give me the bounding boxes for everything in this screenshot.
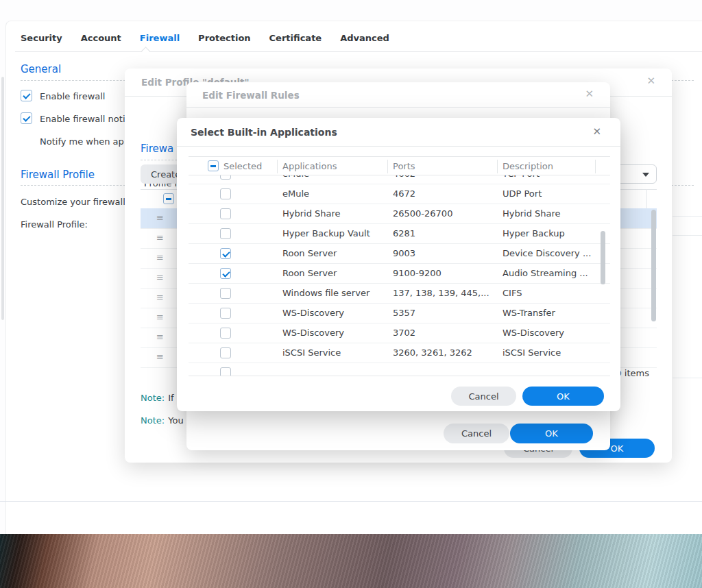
select-apps-ok-button[interactable]: OK bbox=[522, 387, 604, 406]
enable-firewall-notifications-checkbox[interactable] bbox=[21, 112, 32, 127]
row-checkbox[interactable] bbox=[220, 347, 231, 358]
cell-application: WS-Discovery bbox=[282, 308, 344, 318]
close-icon[interactable]: ✕ bbox=[592, 127, 601, 137]
table-row[interactable]: eMule 4662 TCP Port bbox=[189, 175, 610, 184]
drag-handle-icon[interactable]: ≡ bbox=[156, 313, 164, 321]
cell-ports: 5357 bbox=[393, 308, 415, 318]
edit-firewall-rules-dialog-title: Edit Firewall Rules bbox=[202, 90, 300, 101]
background-table-line bbox=[673, 235, 702, 236]
row-checkbox[interactable] bbox=[220, 367, 231, 376]
tab-account[interactable]: Account bbox=[81, 33, 121, 43]
row-checkbox[interactable] bbox=[220, 175, 231, 180]
row-checkbox[interactable] bbox=[220, 288, 231, 299]
cell-application: eMule bbox=[282, 175, 309, 179]
enable-firewall-checkbox[interactable] bbox=[21, 90, 32, 104]
tab-protection[interactable]: Protection bbox=[198, 33, 250, 43]
checkbox-indeterminate-icon bbox=[208, 160, 219, 171]
enable-firewall-notifications-label: Enable firewall noti bbox=[40, 114, 125, 124]
tab-security[interactable]: Security bbox=[21, 33, 62, 43]
tab-firewall[interactable]: Firewall bbox=[140, 33, 180, 43]
table-row[interactable]: iSCSI Service 3260, 3261, 3262 iSCSI Ser… bbox=[189, 343, 610, 363]
column-header-description[interactable]: Description bbox=[503, 161, 553, 171]
cell-description: Hyper Backup bbox=[503, 228, 565, 238]
note-1: Note: If bbox=[141, 391, 174, 404]
chevron-down-icon bbox=[642, 173, 649, 177]
drag-handle-icon[interactable]: ≡ bbox=[156, 273, 164, 282]
cell-application: Hyper Backup Vault bbox=[282, 228, 370, 238]
tab-bar: Security Account Firewall Protection Cer… bbox=[21, 33, 389, 43]
dialog-header-divider bbox=[177, 146, 620, 147]
cell-description: Audio Streaming ... bbox=[503, 268, 588, 278]
select-apps-cancel-button[interactable]: Cancel bbox=[451, 387, 516, 406]
row-checkbox[interactable] bbox=[220, 188, 231, 199]
firewall-profile-section-title: Firewall Profile bbox=[21, 169, 95, 181]
table-row[interactable]: WS-Discovery 5357 WS-Transfer bbox=[189, 304, 610, 323]
note-2: Note: You bbox=[141, 413, 184, 426]
page-bottom-divider bbox=[0, 501, 702, 502]
row-checkbox[interactable] bbox=[220, 228, 231, 239]
table-row[interactable]: Hybrid Share 26500-26700 Hybrid Share bbox=[189, 204, 610, 224]
drag-handle-icon[interactable]: ≡ bbox=[156, 332, 164, 341]
cell-ports: 9003 bbox=[393, 248, 415, 258]
enable-firewall-label: Enable firewall bbox=[40, 91, 105, 101]
cell-description: Device Discovery ... bbox=[503, 248, 591, 258]
tab-certificate[interactable]: Certificate bbox=[269, 33, 322, 43]
apps-select-all-checkbox[interactable] bbox=[208, 160, 219, 174]
cell-description: iSCSI Service bbox=[503, 347, 561, 358]
dialog-header-divider bbox=[186, 107, 610, 108]
rules-select-all-checkbox[interactable] bbox=[163, 193, 174, 207]
column-header-selected[interactable]: Selected bbox=[223, 161, 262, 171]
cell-description: Hybrid Share bbox=[503, 208, 561, 219]
firewall-rules-cancel-button[interactable]: Cancel bbox=[444, 424, 509, 443]
row-checkbox[interactable] bbox=[220, 248, 231, 259]
column-divider bbox=[387, 160, 388, 173]
cell-application: iSCSI Service bbox=[282, 347, 341, 358]
table-row[interactable]: Roon Server 9100-9200 Audio Streaming ..… bbox=[189, 264, 610, 284]
cell-application: Roon Server bbox=[282, 248, 337, 258]
row-checkbox[interactable] bbox=[220, 208, 231, 219]
note-text: If bbox=[168, 393, 173, 403]
column-divider bbox=[277, 160, 278, 173]
select-builtin-applications-dialog: Select Built-in Applications ✕ Selected … bbox=[177, 118, 620, 411]
drag-handle-icon[interactable]: ≡ bbox=[156, 293, 164, 302]
cell-ports: 3702 bbox=[393, 328, 415, 338]
cell-description: TCP Port bbox=[503, 175, 540, 179]
table-row[interactable] bbox=[189, 363, 610, 376]
cell-description: UDP Port bbox=[503, 188, 542, 199]
table-row[interactable]: WS-Discovery 3702 WS-Discovery bbox=[189, 323, 610, 343]
row-checkbox[interactable] bbox=[220, 308, 231, 319]
rules-table-scrollbar[interactable] bbox=[651, 210, 656, 321]
checkbox-checked-icon bbox=[21, 90, 32, 101]
drag-handle-icon[interactable]: ≡ bbox=[156, 213, 164, 222]
tab-advanced[interactable]: Advanced bbox=[340, 33, 389, 43]
table-row[interactable]: Windows file server 137, 138, 139, 445,.… bbox=[189, 284, 610, 304]
drag-handle-icon[interactable]: ≡ bbox=[156, 352, 164, 361]
apps-table-bottom-border bbox=[189, 376, 610, 376]
column-divider bbox=[595, 160, 596, 173]
table-row[interactable]: eMule 4672 UDP Port bbox=[189, 184, 610, 204]
firewall-profile-description: Customize your firewall bbox=[21, 197, 125, 207]
cell-ports: 137, 138, 139, 445,... bbox=[393, 288, 489, 298]
firewall-profile-label: Firewall Profile: bbox=[21, 219, 88, 230]
drag-handle-icon[interactable]: ≡ bbox=[156, 233, 164, 242]
firewall-rules-ok-button[interactable]: OK bbox=[510, 424, 593, 443]
cell-ports: 9100-9200 bbox=[393, 268, 441, 278]
checkbox-checked-icon bbox=[21, 112, 32, 124]
apps-table-body: eMule 4662 TCP Port eMule 4672 UDP Port … bbox=[189, 175, 610, 376]
row-checkbox[interactable] bbox=[220, 268, 231, 279]
close-icon[interactable]: ✕ bbox=[646, 76, 655, 86]
general-section-title: General bbox=[21, 63, 61, 75]
background-table-line bbox=[673, 378, 702, 378]
drag-handle-icon[interactable]: ≡ bbox=[156, 253, 164, 262]
screen: Security Account Firewall Protection Cer… bbox=[0, 0, 702, 588]
table-row[interactable]: Roon Server 9003 Device Discovery ... bbox=[189, 244, 610, 264]
rules-table-column-divider bbox=[646, 189, 647, 208]
column-header-ports[interactable]: Ports bbox=[393, 161, 415, 171]
close-icon[interactable]: ✕ bbox=[585, 89, 594, 99]
cell-application: eMule bbox=[282, 188, 309, 199]
table-row[interactable]: Hyper Backup Vault 6281 Hyper Backup bbox=[189, 224, 610, 244]
apps-table-scrollbar[interactable] bbox=[601, 231, 605, 284]
row-checkbox[interactable] bbox=[220, 328, 231, 339]
column-header-applications[interactable]: Applications bbox=[282, 161, 337, 171]
note-text: You bbox=[168, 415, 183, 426]
